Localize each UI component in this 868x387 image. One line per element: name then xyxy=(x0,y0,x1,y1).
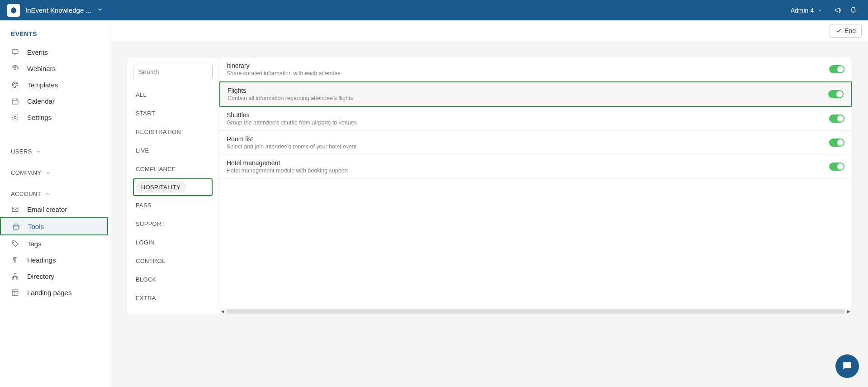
sidebar-group-label: ACCOUNT xyxy=(11,191,41,197)
user-label: Admin 4 xyxy=(791,7,814,14)
sidebar-item-calendar[interactable]: Calendar xyxy=(0,93,110,109)
sidebar-item-label: Tags xyxy=(27,240,42,248)
svg-rect-12 xyxy=(16,277,18,279)
svg-rect-0 xyxy=(12,49,18,53)
app-title: InEvent Knowledge ... xyxy=(25,6,91,14)
chat-widget[interactable] xyxy=(835,354,859,378)
svg-rect-11 xyxy=(12,277,14,279)
sidebar-item-email-creator[interactable]: Email creator xyxy=(0,201,110,217)
check-icon xyxy=(835,28,842,34)
tag-icon xyxy=(11,239,19,248)
sidebar-group-users[interactable]: USERS xyxy=(0,142,110,158)
sidebar-item-settings[interactable]: Settings xyxy=(0,109,110,125)
sidebar-item-label: Directory xyxy=(27,272,54,280)
content-header: End xyxy=(110,20,868,41)
sidebar-item-tools[interactable]: Tools xyxy=(0,217,108,235)
megaphone-icon xyxy=(834,6,842,14)
panel-nav-item-registration[interactable]: REGISTRATION xyxy=(133,124,213,139)
logo-icon xyxy=(10,7,17,14)
setting-title: Flights xyxy=(228,87,828,94)
sitemap-icon xyxy=(11,272,19,280)
setting-row-flights: FlightsContain all information regarding… xyxy=(219,81,852,107)
chevron-down-icon xyxy=(36,149,41,154)
toolbox-icon xyxy=(12,222,20,230)
panel-nav-item-live[interactable]: LIVE xyxy=(133,143,213,158)
setting-toggle[interactable] xyxy=(829,139,844,147)
setting-toggle[interactable] xyxy=(829,115,844,123)
calendar-icon xyxy=(11,97,19,105)
sidebar-item-label: Webinars xyxy=(27,65,56,72)
panel-nav-item-pass[interactable]: PASS xyxy=(133,198,213,213)
setting-row-hotel-management: Hotel managementHotel management module … xyxy=(219,155,852,179)
setting-title: Shuttles xyxy=(227,111,829,119)
setting-title: Room list xyxy=(227,135,829,143)
setting-row-shuttles: ShuttlesGroup the attendee's shuttle fro… xyxy=(219,107,852,131)
setting-toggle[interactable] xyxy=(829,162,844,171)
horizontal-scrollbar[interactable]: ◀ ▶ xyxy=(219,308,852,315)
settings-panel: ALLSTARTREGISTRATIONLIVECOMPLIANCEHOSPIT… xyxy=(127,57,852,315)
sidebar-item-label: Tools xyxy=(28,223,44,230)
panel-nav-item-support[interactable]: SUPPORT xyxy=(133,216,213,231)
svg-point-6 xyxy=(14,116,16,118)
setting-row-room-list: Room listSelect and join attendee's room… xyxy=(219,131,852,155)
sidebar-item-label: Events xyxy=(27,48,48,56)
setting-title: Itinerary xyxy=(227,62,829,69)
app-logo xyxy=(7,4,20,17)
panel-nav-item-hospitality[interactable]: HOSPITALITY xyxy=(136,181,186,193)
palette-icon xyxy=(11,81,19,89)
setting-toggle[interactable] xyxy=(829,65,844,73)
scroll-left-icon[interactable]: ◀ xyxy=(219,308,226,315)
chat-icon xyxy=(841,360,853,372)
sidebar-group-label: COMPANY xyxy=(11,169,42,176)
monitor-icon xyxy=(11,48,19,56)
sidebar-item-landing-pages[interactable]: Landing pages xyxy=(0,284,110,301)
svg-point-3 xyxy=(14,83,14,83)
sidebar-item-webinars[interactable]: Webinars xyxy=(0,60,110,76)
end-button-label: End xyxy=(844,27,856,34)
setting-desc: Group the attendee's shuttle from airpor… xyxy=(227,119,829,126)
app-chevron-down-icon[interactable] xyxy=(97,6,103,14)
sidebar-item-label: Email creator xyxy=(27,205,67,213)
sidebar-group-account[interactable]: ACCOUNT xyxy=(0,184,110,201)
panel-nav-item-login[interactable]: LOGIN xyxy=(133,235,213,250)
setting-toggle[interactable] xyxy=(828,90,844,98)
gear-icon xyxy=(11,113,19,121)
sidebar: EVENTS Events Webinars Templates Calenda… xyxy=(0,20,110,387)
paragraph-icon xyxy=(11,256,19,264)
sidebar-item-events[interactable]: Events xyxy=(0,44,110,60)
svg-rect-8 xyxy=(13,225,19,229)
sidebar-item-directory[interactable]: Directory xyxy=(0,268,110,284)
sidebar-item-tags[interactable]: Tags xyxy=(0,235,110,252)
user-menu[interactable]: Admin 4 xyxy=(791,7,823,14)
notifications-button[interactable] xyxy=(845,3,861,18)
panel-nav-item-all[interactable]: ALL xyxy=(133,87,213,102)
announcements-button[interactable] xyxy=(830,3,845,18)
mail-icon xyxy=(11,205,19,213)
sidebar-item-label: Headings xyxy=(27,256,56,264)
sidebar-group-label: USERS xyxy=(11,148,32,155)
svg-rect-5 xyxy=(12,99,18,104)
panel-nav-item-block[interactable]: BLOCK xyxy=(133,272,213,287)
svg-point-9 xyxy=(13,242,14,242)
panel-nav-item-start[interactable]: START xyxy=(133,106,213,121)
svg-point-1 xyxy=(14,67,16,69)
svg-point-2 xyxy=(13,84,14,85)
panel-nav-item-compliance[interactable]: COMPLIANCE xyxy=(133,162,213,177)
panel-nav-item-extra[interactable]: EXTRA xyxy=(133,291,213,306)
panel-nav: ALLSTARTREGISTRATIONLIVECOMPLIANCEHOSPIT… xyxy=(127,57,219,315)
chevron-up-icon xyxy=(45,191,50,197)
sidebar-header-events: EVENTS xyxy=(0,29,110,44)
scroll-track[interactable] xyxy=(227,309,844,314)
panel-nav-item-control[interactable]: CONTROL xyxy=(133,253,213,268)
svg-point-4 xyxy=(15,83,16,83)
sidebar-group-company[interactable]: COMPANY xyxy=(0,163,110,180)
bell-icon xyxy=(849,6,857,14)
topbar: InEvent Knowledge ... Admin 4 xyxy=(0,0,868,20)
chevron-down-icon xyxy=(817,8,823,13)
sidebar-item-headings[interactable]: Headings xyxy=(0,252,110,268)
sidebar-item-label: Templates xyxy=(27,81,58,89)
sidebar-item-templates[interactable]: Templates xyxy=(0,76,110,93)
scroll-right-icon[interactable]: ▶ xyxy=(845,308,852,315)
search-input[interactable] xyxy=(133,65,213,79)
end-button[interactable]: End xyxy=(830,24,862,38)
